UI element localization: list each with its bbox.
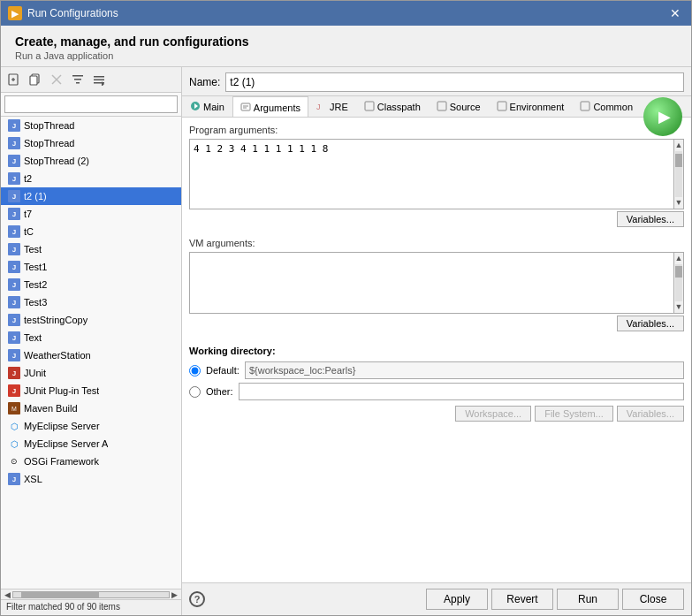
item-icon: J [8, 278, 20, 291]
tree-item[interactable]: JTest1 [1, 258, 181, 276]
tab-arguments[interactable]: Arguments [232, 96, 308, 118]
item-icon: ⬡ [8, 420, 20, 432]
tree-item[interactable]: JJUnit [1, 364, 181, 382]
tree-item[interactable]: ⬡MyEclipse Server [1, 417, 181, 435]
run-configurations-window: ▶ Run Configurations ✕ Create, manage, a… [0, 0, 692, 616]
default-dir-input[interactable] [245, 361, 684, 379]
filter-button[interactable] [68, 70, 87, 89]
other-radio[interactable] [189, 386, 201, 398]
tab-main[interactable]: Main [182, 96, 232, 117]
scroll-down-icon[interactable]: ▼ [675, 197, 683, 209]
tab-common[interactable]: Common [572, 96, 641, 117]
name-input[interactable] [225, 72, 684, 92]
item-label: JUnit [24, 368, 46, 378]
close-button[interactable]: Close [622, 589, 684, 610]
tree-item[interactable]: JWeatherStation [1, 346, 181, 364]
vm-args-vscrollbar[interactable]: ▲ ▼ [673, 252, 684, 314]
item-label: tC [24, 226, 34, 237]
workspace-buttons-row: Workspace... File System... Variables... [189, 406, 684, 422]
item-icon: J [8, 296, 20, 308]
program-variables-button[interactable]: Variables... [617, 211, 684, 227]
bottom-bar: ? Apply Revert Run Close [182, 582, 691, 615]
close-icon[interactable]: ✕ [666, 6, 684, 20]
revert-button[interactable]: Revert [491, 589, 553, 610]
tree-item[interactable]: JText [1, 329, 181, 346]
tree-item[interactable]: JStopThread [1, 117, 181, 134]
other-radio-label: Other: [206, 386, 233, 397]
vscroll-track [675, 151, 682, 197]
scroll-right-icon[interactable]: ▶ [170, 590, 179, 599]
svg-rect-4 [30, 76, 37, 85]
item-icon: J [8, 119, 20, 132]
tree-item[interactable]: ⊙OSGi Framework [1, 452, 181, 470]
variables-button[interactable]: Variables... [617, 406, 684, 422]
vm-scroll-down-icon[interactable]: ▼ [675, 301, 683, 313]
left-panel: JStopThreadJStopThreadJStopThread (2)Jt2… [1, 67, 182, 615]
tree-item[interactable]: JTest [1, 240, 181, 258]
tree-item[interactable]: JtestStringCopy [1, 311, 181, 329]
tab-source[interactable]: Source [429, 96, 489, 117]
scroll-up-icon[interactable]: ▲ [675, 140, 683, 151]
title-bar-left: ▶ Run Configurations [8, 6, 118, 20]
workspace-button[interactable]: Workspace... [455, 406, 531, 422]
more-button[interactable] [89, 70, 109, 89]
help-icon[interactable]: ? [189, 591, 205, 607]
svg-rect-20 [365, 102, 374, 110]
scroll-thumb [21, 592, 99, 597]
copy-config-button[interactable] [26, 70, 45, 89]
vm-scroll-up-icon[interactable]: ▲ [675, 253, 683, 264]
delete-config-button[interactable] [47, 70, 66, 89]
tree-item[interactable]: JStopThread (2) [1, 152, 181, 170]
tree-item[interactable]: MMaven Build [1, 399, 181, 417]
tree-item[interactable]: JJUnit Plug-in Test [1, 382, 181, 399]
other-dir-input[interactable] [239, 383, 684, 400]
tree-item[interactable]: JTest3 [1, 293, 181, 311]
vm-variables-button[interactable]: Variables... [617, 316, 684, 331]
tree-item[interactable]: JXSL [1, 470, 181, 488]
tree-item[interactable]: Jt7 [1, 205, 181, 223]
default-radio-label: Default: [206, 365, 240, 376]
tree-item[interactable]: Jt2 [1, 170, 181, 187]
vm-vscroll-thumb [675, 266, 682, 278]
program-args-textarea[interactable] [189, 139, 673, 209]
search-input[interactable] [4, 95, 178, 113]
tree-item[interactable]: JtC [1, 223, 181, 240]
svg-rect-22 [498, 102, 506, 110]
svg-rect-23 [581, 102, 589, 110]
item-icon: J [8, 243, 20, 255]
tree-item[interactable]: JStopThread [1, 134, 181, 152]
new-config-button[interactable] [4, 70, 24, 89]
environment-tab-label: Environment [510, 102, 565, 112]
other-radio-row: Other: [189, 383, 684, 400]
svg-rect-8 [74, 79, 81, 80]
vm-args-textarea[interactable] [189, 252, 673, 314]
item-label: XSL [24, 474, 42, 484]
common-tab-label: Common [593, 102, 633, 112]
program-args-vscrollbar[interactable]: ▲ ▼ [673, 139, 684, 209]
scroll-left-icon[interactable]: ◀ [3, 590, 12, 599]
run-button[interactable]: Run [557, 589, 619, 610]
horizontal-scrollbar[interactable]: ◀ ▶ [1, 589, 181, 599]
tree-item[interactable]: JTest2 [1, 276, 181, 293]
tree-item[interactable]: ⬡MyEclipse Server A [1, 435, 181, 452]
tree-item[interactable]: Jt2 (1) [1, 187, 181, 205]
filesystem-button[interactable]: File System... [535, 406, 613, 422]
tab-jre[interactable]: JJRE [308, 96, 356, 117]
right-panel: Name: MainArgumentsJJREClasspathSourceEn… [182, 67, 691, 615]
default-radio[interactable] [189, 365, 201, 376]
tab-environment[interactable]: Environment [489, 96, 573, 117]
tab-classpath[interactable]: Classpath [356, 96, 429, 117]
item-icon: J [8, 314, 20, 326]
tree-list: JStopThreadJStopThreadJStopThread (2)Jt2… [1, 117, 181, 589]
svg-rect-10 [94, 76, 104, 78]
bottom-right: Apply Revert Run Close [426, 589, 684, 610]
run-big-button[interactable] [643, 97, 682, 136]
jre-tab-icon: J [316, 101, 327, 113]
item-label: MyEclipse Server A [24, 438, 108, 449]
window-title: Run Configurations [27, 7, 118, 19]
item-label: StopThread [24, 138, 74, 148]
program-args-label: Program arguments: [189, 125, 684, 135]
apply-button[interactable]: Apply [426, 589, 488, 610]
item-label: t7 [24, 209, 32, 219]
working-dir-label: Working directory: [189, 346, 684, 356]
